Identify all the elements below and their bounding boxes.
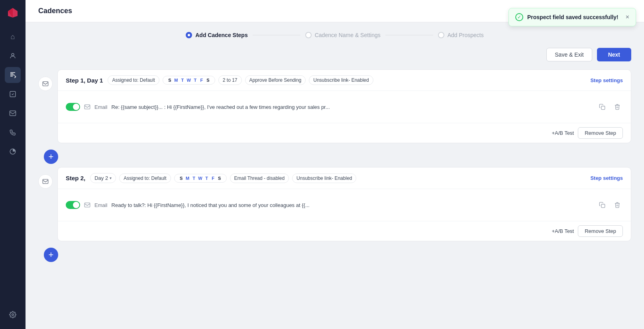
home-icon[interactable]: ⌂ xyxy=(5,29,21,45)
step-1-circle xyxy=(186,32,192,38)
day-S3: S xyxy=(179,176,184,181)
day-F1: F xyxy=(199,78,204,83)
day-T3: T xyxy=(191,176,197,181)
settings-icon[interactable] xyxy=(5,307,21,323)
step-1-icon-col xyxy=(38,69,53,91)
step-line-1 xyxy=(253,35,300,35)
svg-rect-10 xyxy=(43,179,48,184)
day-T2: T xyxy=(192,78,198,83)
add-step-button-1[interactable]: + xyxy=(44,150,58,164)
ab-test-button-1[interactable]: +A/B Test xyxy=(552,130,574,136)
save-exit-button[interactable]: Save & Exit xyxy=(546,48,592,61)
content-area: Add Cadence Steps Cadence Name & Setting… xyxy=(26,22,644,329)
copy-button-2[interactable] xyxy=(597,199,608,211)
step-1-email-row: Email Re: {{same subject}}... : Hi {{Fir… xyxy=(66,97,623,116)
step-1-email-preview: Re: {{same subject}}... : Hi {{FirstName… xyxy=(112,104,593,110)
step-2-icon-col xyxy=(38,167,53,189)
svg-rect-11 xyxy=(84,203,90,207)
toast-check-icon: ✓ xyxy=(515,13,523,21)
email-icon-2 xyxy=(84,202,90,208)
toast-close-button[interactable]: × xyxy=(626,14,629,21)
step-2-item: Cadence Name & Settings xyxy=(305,32,381,38)
step-1-footer: +A/B Test Remove Step xyxy=(58,123,631,143)
day-W2: W xyxy=(198,176,203,181)
toast-notification: ✓ Prospect field saved successfully! × xyxy=(509,8,636,26)
step-2-day-dropdown[interactable]: Day 2 ▾ xyxy=(90,173,116,183)
step-1-toggle[interactable] xyxy=(66,103,80,111)
step-3-circle xyxy=(438,32,444,38)
cadences-icon[interactable] xyxy=(5,67,21,83)
svg-point-2 xyxy=(12,53,14,56)
step-1-label: Add Cadence Steps xyxy=(195,32,247,38)
step-2-thread-tag: Email Thread - disabled xyxy=(230,173,289,183)
step-2-mail-icon xyxy=(38,174,53,189)
step-1-row: Step 1, Day 1 Assigned to: Default S M T… xyxy=(38,69,631,143)
main-content: Cadences Add Cadence Steps Cadence Name … xyxy=(26,0,644,329)
step-1-settings-link[interactable]: Step settings xyxy=(590,77,623,83)
day-M1: M xyxy=(173,78,179,83)
step-2-circle xyxy=(305,32,312,38)
step-1-header: Step 1, Day 1 Assigned to: Default S M T… xyxy=(58,70,631,91)
step-2-header: Step 2, Day 2 ▾ Assigned to: Default S M… xyxy=(58,167,631,189)
svg-rect-12 xyxy=(601,204,605,208)
remove-step-button-2[interactable]: Remove Step xyxy=(578,225,623,237)
sidebar: ⌂ xyxy=(0,0,26,329)
add-step-button-2[interactable]: + xyxy=(44,248,58,262)
day-S2: S xyxy=(205,78,211,83)
day-T1: T xyxy=(180,78,185,83)
step-2-settings-link[interactable]: Step settings xyxy=(590,175,623,181)
step-2-assigned-tag: Assigned to: Default xyxy=(119,173,171,183)
ab-test-button-2[interactable]: +A/B Test xyxy=(552,228,574,234)
step-1-body: Email Re: {{same subject}}... : Hi {{Fir… xyxy=(58,91,631,123)
step-line-2 xyxy=(385,35,433,35)
svg-rect-8 xyxy=(84,105,90,109)
day-F2: F xyxy=(210,176,216,181)
step-3-label: Add Prospects xyxy=(448,32,484,38)
delete-button-1[interactable] xyxy=(612,101,623,112)
emails-icon[interactable] xyxy=(5,105,21,121)
step-1-card: Step 1, Day 1 Assigned to: Default S M T… xyxy=(57,69,631,143)
step-2-email-preview: Ready to talk?: Hi {{FirstName}}, I noti… xyxy=(112,202,593,208)
tasks-icon[interactable] xyxy=(5,86,21,102)
contacts-icon[interactable] xyxy=(5,48,21,64)
day-S1: S xyxy=(167,78,173,83)
email-icon xyxy=(84,104,90,110)
step-2-email-row: Email Ready to talk?: Hi {{FirstName}}, … xyxy=(66,195,623,215)
step-1-time-tag: 2 to 17 xyxy=(218,75,242,85)
svg-rect-9 xyxy=(601,106,605,110)
day-T4: T xyxy=(204,176,210,181)
step-2-footer: +A/B Test Remove Step xyxy=(58,221,631,241)
stepper: Add Cadence Steps Cadence Name & Setting… xyxy=(38,32,631,38)
phone-icon[interactable] xyxy=(5,124,21,140)
step-1-item: Add Cadence Steps xyxy=(186,32,247,38)
copy-button-1[interactable] xyxy=(597,101,608,112)
next-button[interactable]: Next xyxy=(597,48,631,61)
delete-button-2[interactable] xyxy=(612,199,623,211)
remove-step-button-1[interactable]: Remove Step xyxy=(578,127,623,139)
step-1-days-tag: S M T W T F S xyxy=(163,76,215,85)
day-S4: S xyxy=(217,176,222,181)
step-1-email-type: Email xyxy=(94,104,108,110)
svg-rect-4 xyxy=(10,111,16,116)
step-2-body: Email Ready to talk?: Hi {{FirstName}}, … xyxy=(58,189,631,221)
step-2-unsubscribe-tag: Unsubscribe link- Enabled xyxy=(292,173,356,183)
toast-message: Prospect field saved successfully! xyxy=(527,14,622,20)
svg-point-6 xyxy=(12,314,14,316)
step-2-days-tag: S M T W T F S xyxy=(174,174,227,183)
page-title: Cadences xyxy=(38,7,72,15)
step-2-card: Step 2, Day 2 ▾ Assigned to: Default S M… xyxy=(57,167,631,241)
step-3-item: Add Prospects xyxy=(438,32,484,38)
step-2-row: Step 2, Day 2 ▾ Assigned to: Default S M… xyxy=(38,167,631,241)
step-2-email-type: Email xyxy=(94,202,108,208)
day-M2: M xyxy=(185,176,190,181)
reports-icon[interactable] xyxy=(5,144,21,160)
step-2-toggle[interactable] xyxy=(66,201,80,209)
day-dropdown-label: Day 2 xyxy=(94,175,108,181)
day-W1: W xyxy=(186,78,192,83)
step-1-assigned-tag: Assigned to: Default xyxy=(108,75,159,85)
toolbar: Save & Exit Next xyxy=(38,48,631,61)
step-1-unsubscribe-tag: Unsubscribe link- Enabled xyxy=(309,75,373,85)
chevron-down-icon: ▾ xyxy=(110,176,112,180)
step-1-title: Step 1, Day 1 xyxy=(66,77,103,84)
app-logo xyxy=(6,6,19,19)
